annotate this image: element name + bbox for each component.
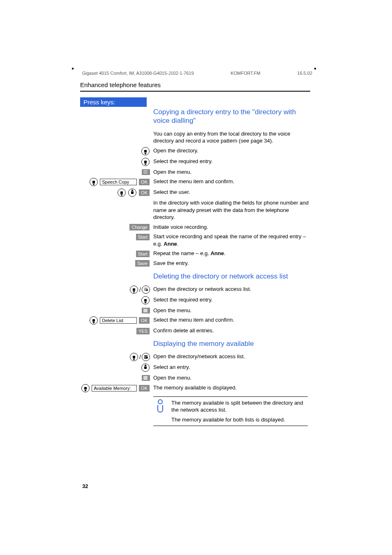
step2-select: Select the required entry. xyxy=(153,296,310,304)
menu-item-speech-copy: Speech Copy xyxy=(100,179,137,185)
step3-select: Select an entry. xyxy=(153,364,310,371)
softkey-ok: OK xyxy=(139,317,150,324)
nav-down-icon xyxy=(90,178,98,186)
softkey-start: Start xyxy=(136,234,150,240)
list-icon xyxy=(142,286,150,294)
nav-down-icon xyxy=(141,158,150,166)
nav-down-icon xyxy=(90,316,98,325)
step3-result: The memory available is displayed. xyxy=(153,384,310,391)
crop-mark xyxy=(314,68,316,69)
step-open-directory: Open the directory. xyxy=(153,147,310,154)
nav-down-icon xyxy=(130,353,138,361)
step-initiate-recording: Initiate voice recording. xyxy=(153,223,310,231)
heading-delete-list: Deleting the directory or network access… xyxy=(153,272,310,281)
nav-down-icon xyxy=(141,147,150,155)
step2-confirm: Select the menu item and confirm. xyxy=(153,316,310,324)
nav-down-icon xyxy=(118,189,126,197)
crop-mark xyxy=(72,68,74,69)
softkey-ok: OK xyxy=(139,179,150,185)
header-meta: Gigaset 4015 Comfort, IM, A31008-G4015-J… xyxy=(82,71,312,76)
softkey-ok: OK xyxy=(139,385,150,391)
nav-down-icon xyxy=(130,286,138,294)
list-icon xyxy=(142,353,150,361)
step2-menu: Open the menu. xyxy=(153,307,310,314)
heading-copy-entry: Copying a directory entry to the "direct… xyxy=(153,108,310,125)
page-number: 32 xyxy=(82,483,88,489)
intro-paragraph: You can copy an entry from the local dir… xyxy=(153,130,310,145)
step3-menu: Open the menu. xyxy=(153,374,310,382)
step-repeat-name-text: Repeat the name – e.g. xyxy=(153,250,210,256)
step-start-recording-name: Anne xyxy=(164,241,177,247)
slash: / xyxy=(139,354,141,360)
step3-open: Open the directory/network access list. xyxy=(153,353,310,360)
info-text: The memory available is split between th… xyxy=(171,399,306,424)
softkey-change: Change xyxy=(129,224,150,230)
step-repeat-name-name: Anne xyxy=(210,250,224,256)
step-select-entry: Select the required entry. xyxy=(153,158,310,165)
heading-memory: Displaying the memory available xyxy=(153,339,310,348)
date: 16.5.02 xyxy=(297,71,312,76)
menu-item-available-memory: Available Memory: xyxy=(92,385,137,391)
info-p2: The memory available for both lists is d… xyxy=(171,416,306,424)
softkey-start: Start xyxy=(136,251,150,257)
softkey-ok: OK xyxy=(139,189,150,196)
nav-up-icon xyxy=(128,189,136,197)
nav-down-icon xyxy=(141,296,150,304)
menu-icon xyxy=(142,308,150,313)
step-select-confirm: Select the menu item and confirm. xyxy=(153,178,310,185)
title-rule xyxy=(80,91,310,92)
softkey-save: Save xyxy=(135,260,150,267)
step-repeat-name: Repeat the name – e.g. Anne. xyxy=(153,250,310,257)
nav-down-icon xyxy=(81,384,90,392)
step2-open: Open the directory or network access lis… xyxy=(153,286,310,293)
info-box: The memory available is split between th… xyxy=(153,396,308,426)
softkey-yes: YES xyxy=(136,328,150,334)
step-select-user: Select the user. xyxy=(153,189,310,196)
section-title: Enhanced telephone features xyxy=(80,81,310,88)
doc-id: Gigaset 4015 Comfort, IM, A31008-G4015-J… xyxy=(82,71,194,76)
info-icon xyxy=(155,399,166,424)
menu-icon xyxy=(142,169,150,175)
step2-yes: Confirm delete all entries. xyxy=(153,327,310,334)
menu-item-delete-list: Delete List xyxy=(100,317,137,324)
step-preset-note: In the directory with voice dialling the… xyxy=(153,199,310,221)
press-keys-label: Press keys: xyxy=(80,97,147,107)
step-save-entry: Save the entry. xyxy=(153,260,310,267)
info-p1: The memory available is split between th… xyxy=(171,399,306,414)
nav-up-icon xyxy=(141,364,150,372)
step-open-menu: Open the menu. xyxy=(153,168,310,176)
slash: / xyxy=(139,286,141,293)
menu-icon xyxy=(142,375,150,381)
file-name: KOMFORT.FM xyxy=(231,71,261,76)
step-start-recording: Start voice recording and speak the name… xyxy=(153,233,310,247)
